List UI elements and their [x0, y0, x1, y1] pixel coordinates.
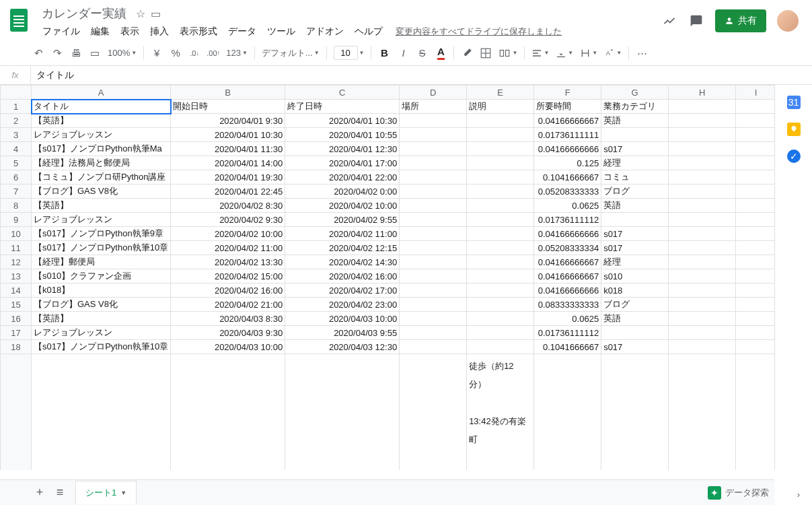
- row-header-18[interactable]: 18: [1, 340, 32, 354]
- cell-H6[interactable]: [669, 170, 736, 184]
- row-header-4[interactable]: 4: [1, 142, 32, 156]
- cell-H10[interactable]: [669, 227, 736, 241]
- cell-D6[interactable]: [400, 170, 467, 184]
- cell-A2[interactable]: 【英語】: [32, 114, 171, 128]
- cell-F15[interactable]: 0.08333333333: [534, 298, 601, 312]
- cell-D9[interactable]: [400, 213, 467, 227]
- cell-E4[interactable]: [467, 142, 534, 156]
- cell-G19[interactable]: [601, 354, 669, 471]
- cell-D15[interactable]: [400, 298, 467, 312]
- cell-D7[interactable]: [400, 184, 467, 199]
- cell-I2[interactable]: [736, 114, 774, 128]
- cell-B18[interactable]: 2020/04/03 10:00: [171, 340, 285, 354]
- cell-C9[interactable]: 2020/04/02 9:55: [285, 213, 400, 227]
- cell-F6[interactable]: 0.1041666667: [534, 170, 601, 184]
- cell-A12[interactable]: 【経理】郵便局: [32, 255, 171, 269]
- cell-B16[interactable]: 2020/04/03 8:30: [171, 312, 285, 326]
- spreadsheet-grid[interactable]: ABCDEFGHI1タイトル開始日時終了日時場所説明所要時間業務カテゴリ2【英語…: [0, 85, 774, 470]
- row-header-1[interactable]: 1: [1, 100, 32, 114]
- cell-C11[interactable]: 2020/04/02 12:15: [285, 241, 400, 255]
- more-toolbar-button[interactable]: ⋯: [633, 44, 651, 62]
- cell-I9[interactable]: [736, 213, 774, 227]
- decrease-decimal-button[interactable]: .0↓: [186, 44, 203, 62]
- cell-E8[interactable]: [467, 199, 534, 213]
- italic-button[interactable]: I: [394, 44, 412, 62]
- cell-F4[interactable]: 0.04166666666: [534, 142, 601, 156]
- cell-A9[interactable]: レアジョブレッスン: [32, 213, 171, 227]
- undo-button[interactable]: ↶: [30, 44, 47, 62]
- cell-G5[interactable]: 経理: [601, 156, 669, 170]
- row-header-5[interactable]: 5: [1, 156, 32, 170]
- cell-B10[interactable]: 2020/04/02 10:00: [171, 227, 285, 241]
- cell-G4[interactable]: s017: [601, 142, 669, 156]
- cell-B14[interactable]: 2020/04/02 16:00: [171, 283, 285, 298]
- cell-A3[interactable]: レアジョブレッスン: [32, 128, 171, 142]
- cell-C2[interactable]: 2020/04/01 10:30: [285, 114, 400, 128]
- cell-E17[interactable]: [467, 326, 534, 340]
- row-header-7[interactable]: 7: [1, 184, 32, 199]
- menu-addons[interactable]: アドオン: [301, 23, 348, 40]
- cell-F5[interactable]: 0.125: [534, 156, 601, 170]
- cell-I3[interactable]: [736, 128, 774, 142]
- col-header-H[interactable]: H: [669, 86, 736, 100]
- keep-icon[interactable]: [787, 123, 801, 136]
- borders-button[interactable]: [477, 44, 494, 62]
- bold-button[interactable]: B: [375, 44, 393, 62]
- cell-A5[interactable]: 【経理】法務局と郵便局: [32, 156, 171, 170]
- cell-I10[interactable]: [736, 227, 774, 241]
- cell-F11[interactable]: 0.05208333334: [534, 241, 601, 255]
- row-header-17[interactable]: 17: [1, 326, 32, 340]
- cell-A4[interactable]: 【s017】ノンプロPython執筆Ma: [32, 142, 171, 156]
- cell-I5[interactable]: [736, 156, 774, 170]
- save-status[interactable]: 変更内容をすべてドライブに保存しました: [396, 26, 562, 38]
- cell-B7[interactable]: 2020/04/01 22:45: [171, 184, 285, 199]
- cell-B5[interactable]: 2020/04/01 14:00: [171, 156, 285, 170]
- cell-E1[interactable]: 説明: [467, 100, 534, 114]
- col-header-A[interactable]: A: [32, 86, 171, 100]
- col-header-I[interactable]: I: [736, 86, 774, 100]
- cell-D16[interactable]: [400, 312, 467, 326]
- row-header-11[interactable]: 11: [1, 241, 32, 255]
- cell-C18[interactable]: 2020/04/03 12:30: [285, 340, 400, 354]
- cell-I6[interactable]: [736, 170, 774, 184]
- merge-cells-button[interactable]: ▼: [496, 44, 520, 62]
- col-header-D[interactable]: D: [400, 86, 467, 100]
- cell-D11[interactable]: [400, 241, 467, 255]
- strikethrough-button[interactable]: S: [413, 44, 431, 62]
- cell-F14[interactable]: 0.04166666666: [534, 283, 601, 298]
- text-color-button[interactable]: A: [432, 44, 449, 62]
- cell-I13[interactable]: [736, 269, 774, 283]
- cell-G1[interactable]: 業務カテゴリ: [601, 100, 669, 114]
- cell-C10[interactable]: 2020/04/02 11:00: [285, 227, 400, 241]
- add-sheet-button[interactable]: +: [30, 483, 50, 503]
- activity-icon[interactable]: [661, 13, 677, 29]
- row-header-14[interactable]: 14: [1, 283, 32, 298]
- cell-G10[interactable]: s017: [601, 227, 669, 241]
- cell-H3[interactable]: [669, 128, 736, 142]
- cell-F1[interactable]: 所要時間: [534, 100, 601, 114]
- cell-H15[interactable]: [669, 298, 736, 312]
- menu-insert[interactable]: 挿入: [145, 23, 174, 40]
- percent-button[interactable]: %: [167, 44, 184, 62]
- menu-help[interactable]: ヘルプ: [350, 23, 387, 40]
- cell-B11[interactable]: 2020/04/02 11:00: [171, 241, 285, 255]
- cell-E5[interactable]: [467, 156, 534, 170]
- cell-C7[interactable]: 2020/04/02 0:00: [285, 184, 400, 199]
- row-header-6[interactable]: 6: [1, 170, 32, 184]
- cell-B4[interactable]: 2020/04/01 11:30: [171, 142, 285, 156]
- cell-A13[interactable]: 【s010】クラファン企画: [32, 269, 171, 283]
- tasks-icon[interactable]: ✓: [787, 149, 801, 163]
- cell-D2[interactable]: [400, 114, 467, 128]
- cell-F9[interactable]: 0.01736111112: [534, 213, 601, 227]
- cell-D3[interactable]: [400, 128, 467, 142]
- menu-format[interactable]: 表示形式: [175, 23, 222, 40]
- font-select[interactable]: デフォルト...▼: [259, 44, 322, 62]
- paint-format-button[interactable]: ▭: [86, 44, 104, 62]
- cell-G18[interactable]: s017: [601, 340, 669, 354]
- cell-I11[interactable]: [736, 241, 774, 255]
- cell-A16[interactable]: 【英語】: [32, 312, 171, 326]
- cell-A10[interactable]: 【s017】ノンプロPython執筆9章: [32, 227, 171, 241]
- cell-C4[interactable]: 2020/04/01 12:30: [285, 142, 400, 156]
- cell-B15[interactable]: 2020/04/02 21:00: [171, 298, 285, 312]
- cell-D5[interactable]: [400, 156, 467, 170]
